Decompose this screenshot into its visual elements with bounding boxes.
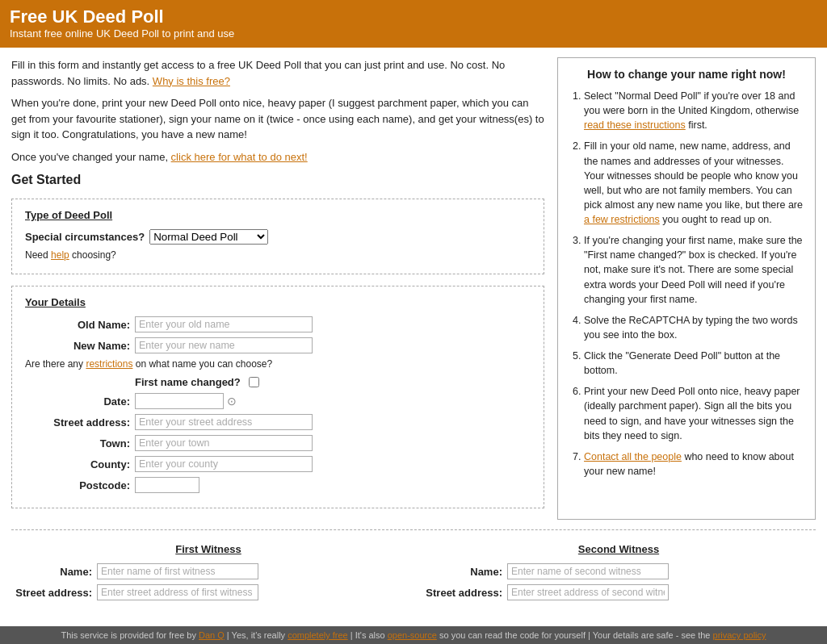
privacy-policy-link[interactable]: privacy policy <box>713 630 766 640</box>
first-witness-name-label: Name: <box>11 566 92 578</box>
how-to-list: Select "Normal Deed Poll" if you're over… <box>569 89 804 479</box>
second-witness-name-label: Name: <box>422 566 502 578</box>
intro-para2: When you're done, print your new Deed Po… <box>11 95 544 143</box>
second-witness-street-input[interactable] <box>507 584 669 600</box>
how-to-step-2: Fill in your old name, new name, address… <box>584 139 804 227</box>
town-row: Town: <box>25 435 531 451</box>
first-witness-name-input[interactable] <box>97 563 258 579</box>
completely-free-link[interactable]: completely free <box>288 630 348 640</box>
date-row: Date: 16 / 07 / 2020 ⊙ <box>25 393 531 409</box>
page-title: Free UK Deed Poll <box>10 6 817 27</box>
postcode-label: Postcode: <box>25 479 130 491</box>
how-to-step-6: Print your new Deed Poll onto nice, heav… <box>584 384 804 443</box>
first-witness-title: First Witness <box>11 543 405 555</box>
footer: This service is provided for free by Dan… <box>0 626 827 644</box>
first-witness-box: First Witness Name: Street address: <box>11 543 405 605</box>
deed-poll-type-select[interactable]: Normal Deed Poll Child Deed Poll Statuto… <box>149 229 268 245</box>
postcode-row: Postcode: FR3 3DP <box>25 477 531 493</box>
why-free-link[interactable]: Why is this free? <box>153 75 230 87</box>
old-name-label: Old Name: <box>25 319 130 331</box>
date-input[interactable]: 16 / 07 / 2020 <box>135 393 224 409</box>
date-input-wrapper: 16 / 07 / 2020 ⊙ <box>135 393 237 409</box>
second-witness-street-label: Street address: <box>422 587 502 599</box>
second-witness-name-input[interactable] <box>507 563 669 579</box>
how-to-step-3: If you're changing your first name, make… <box>584 233 804 307</box>
county-label: County: <box>25 458 130 470</box>
intro-para3: Once you've changed your name, click her… <box>11 149 544 165</box>
second-witness-title: Second Witness <box>422 543 816 555</box>
town-input[interactable] <box>135 435 313 451</box>
get-started-heading: Get Started <box>11 173 544 187</box>
how-to-panel: How to change your name right now! Selec… <box>557 57 816 520</box>
second-witness-name-row: Name: <box>422 563 816 579</box>
left-panel: Fill in this form and instantly get acce… <box>11 57 544 520</box>
your-details-title: Your Details <box>25 296 531 308</box>
second-witness-street-row: Street address: <box>422 584 816 600</box>
help-text: Need help choosing? <box>25 249 531 261</box>
how-to-step-1: Select "Normal Deed Poll" if you're over… <box>584 89 804 132</box>
help-link[interactable]: help <box>51 249 69 261</box>
open-source-link[interactable]: open-source <box>388 630 437 640</box>
special-circ-label: Special circumstances? <box>25 231 145 243</box>
how-to-step-7: Contact all the people who need to know … <box>584 450 804 479</box>
how-to-step-5: Click the "Generate Deed Poll" button at… <box>584 349 804 378</box>
calendar-icon[interactable]: ⊙ <box>227 395 237 408</box>
county-row: County: <box>25 456 531 472</box>
how-to-title: How to change your name right now! <box>569 68 804 81</box>
few-restrictions-link[interactable]: a few restrictions <box>584 214 660 225</box>
postcode-input[interactable]: FR3 3DP <box>135 477 199 493</box>
special-circ-row: Special circumstances? Normal Deed Poll … <box>25 229 531 245</box>
click-here-link[interactable]: click here for what to do next! <box>171 151 308 163</box>
first-name-checkbox[interactable] <box>249 377 259 387</box>
old-name-row: Old Name: <box>25 316 531 332</box>
street-label: Street address: <box>25 416 130 429</box>
old-name-input[interactable] <box>135 316 313 332</box>
restrictions-link[interactable]: restrictions <box>86 358 132 370</box>
how-to-step-4: Solve the ReCAPTCHA by typing the two wo… <box>584 313 804 342</box>
dan-q-link[interactable]: Dan Q <box>199 630 225 640</box>
first-name-label: First name changed? <box>135 376 241 388</box>
your-details-section: Your Details Old Name: New Name: Are the… <box>11 286 544 508</box>
town-label: Town: <box>25 437 130 450</box>
second-witness-box: Second Witness Name: Street address: <box>422 543 816 605</box>
contact-people-link[interactable]: Contact all the people <box>584 451 682 462</box>
type-section: Type of Deed Poll Special circumstances?… <box>11 199 544 274</box>
page-subtitle: Instant free online UK Deed Poll to prin… <box>10 27 817 40</box>
date-label: Date: <box>25 395 130 408</box>
type-section-title: Type of Deed Poll <box>25 209 531 221</box>
intro-para1: Fill in this form and instantly get acce… <box>11 57 544 89</box>
county-input[interactable] <box>135 456 313 472</box>
page-header: Free UK Deed Poll Instant free online UK… <box>0 0 827 48</box>
restrictions-text: Are there any restrictions on what name … <box>25 358 531 370</box>
new-name-input[interactable] <box>135 337 313 353</box>
street-input[interactable] <box>135 414 313 430</box>
witness-section: First Witness Name: Street address: Seco… <box>11 529 816 605</box>
read-instructions-link[interactable]: read these instructions <box>584 119 686 131</box>
first-witness-street-label: Street address: <box>11 587 92 599</box>
first-name-changed-row: First name changed? <box>135 376 531 388</box>
street-row: Street address: <box>25 414 531 430</box>
first-witness-name-row: Name: <box>11 563 405 579</box>
first-witness-street-row: Street address: <box>11 584 405 600</box>
new-name-row: New Name: <box>25 337 531 353</box>
new-name-label: New Name: <box>25 340 130 352</box>
first-witness-street-input[interactable] <box>97 584 258 600</box>
